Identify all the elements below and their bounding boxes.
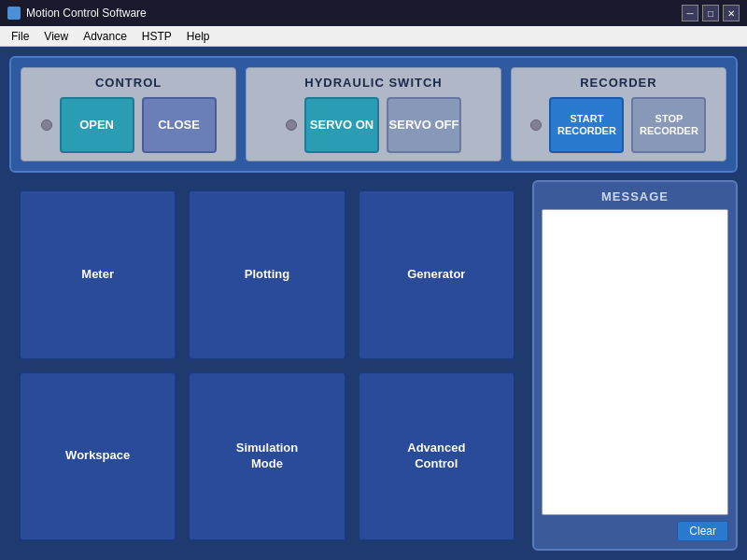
menu-hstp[interactable]: HSTP [134,28,179,45]
menu-help[interactable]: Help [179,28,218,45]
app-icon [7,7,21,20]
simulation-mode-button[interactable]: SimulationMode [188,371,345,542]
menu-bar: File View Advance HSTP Help [0,26,747,47]
recorder-section: RECORDER STARTRECORDER STOPRECORDER [511,67,726,161]
hydraulic-buttons: SERVO ON SERVO OFF [286,97,461,153]
control-section: CONTROL OPEN CLOSE [21,67,236,161]
bottom-area: Meter Plotting Generator Workspace Simul… [9,180,738,551]
recorder-buttons: STARTRECORDER STOPRECORDER [530,97,706,153]
window-title: Motion Control Software [26,7,147,20]
maximize-button[interactable]: □ [702,5,719,21]
control-indicator [41,119,52,131]
servo-on-button[interactable]: SERVO ON [304,97,379,153]
generator-button[interactable]: Generator [358,189,515,360]
hydraulic-section: HYDRAULIC SWITCH SERVO ON SERVO OFF [246,67,501,161]
advanced-control-button[interactable]: AdvancedControl [358,371,515,542]
main-content: CONTROL OPEN CLOSE HYDRAULIC SWITCH SERV… [0,47,747,560]
message-area [542,209,728,515]
start-recorder-button[interactable]: STARTRECORDER [549,97,624,153]
hydraulic-title: HYDRAULIC SWITCH [304,76,442,90]
stop-recorder-button[interactable]: STOPRECORDER [631,97,706,153]
menu-view[interactable]: View [36,28,76,45]
menu-advance[interactable]: Advance [76,28,134,45]
clear-button[interactable]: Clear [677,521,728,541]
top-panel: CONTROL OPEN CLOSE HYDRAULIC SWITCH SERV… [9,56,738,173]
workspace-button[interactable]: Workspace [19,371,176,542]
close-button[interactable]: ✕ [723,5,740,21]
plotting-button[interactable]: Plotting [188,189,345,360]
recorder-indicator [530,119,542,131]
message-panel: MESSAGE Clear [532,180,738,551]
close-button-ctrl[interactable]: CLOSE [142,97,217,153]
hydraulic-indicator [286,119,297,131]
title-bar: Motion Control Software ─ □ ✕ [0,0,747,26]
servo-off-button[interactable]: SERVO OFF [387,97,461,153]
control-title: CONTROL [95,76,162,90]
meter-button[interactable]: Meter [19,189,176,360]
menu-file[interactable]: File [4,28,36,45]
grid-panel: Meter Plotting Generator Workspace Simul… [9,180,525,551]
open-button[interactable]: OPEN [60,97,134,153]
control-buttons: OPEN CLOSE [41,97,217,153]
message-title: MESSAGE [542,189,728,203]
recorder-title: RECORDER [580,76,656,90]
minimize-button[interactable]: ─ [682,5,698,21]
